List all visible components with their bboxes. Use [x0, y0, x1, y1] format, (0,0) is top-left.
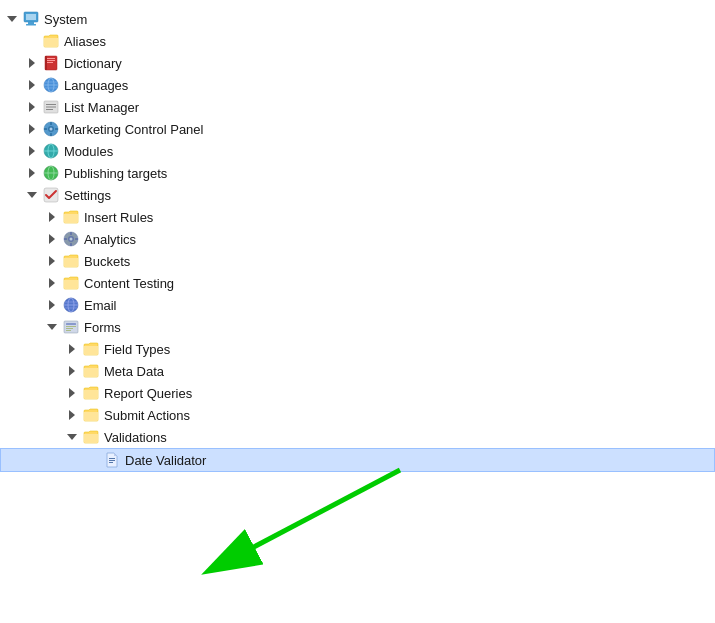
tree-item-marketing-control-panel[interactable]: Marketing Control Panel: [0, 118, 715, 140]
tree-item-settings[interactable]: Settings: [0, 184, 715, 206]
svg-rect-36: [70, 243, 72, 246]
collapse-arrow-dictionary: [29, 58, 35, 68]
tree-item-forms[interactable]: Forms: [0, 316, 715, 338]
label-email: Email: [84, 298, 117, 313]
icon-content-testing: [62, 274, 80, 292]
label-forms: Forms: [84, 320, 121, 335]
label-languages: Languages: [64, 78, 128, 93]
svg-rect-8: [45, 56, 47, 70]
label-buckets: Buckets: [84, 254, 130, 269]
toggle-forms[interactable]: [44, 319, 60, 335]
svg-rect-51: [109, 462, 113, 463]
toggle-list-manager[interactable]: [24, 99, 40, 115]
svg-rect-7: [47, 62, 53, 63]
collapse-arrow-marketing-control-panel: [29, 124, 35, 134]
svg-rect-17: [46, 109, 53, 110]
toggle-modules[interactable]: [24, 143, 40, 159]
icon-publishing-targets: [42, 164, 60, 182]
icon-list-manager: [42, 98, 60, 116]
icon-languages: [42, 76, 60, 94]
svg-rect-35: [70, 232, 72, 235]
tree-item-modules[interactable]: Modules: [0, 140, 715, 162]
label-insert-rules: Insert Rules: [84, 210, 153, 225]
svg-rect-24: [55, 128, 58, 130]
toggle-analytics[interactable]: [44, 231, 60, 247]
svg-rect-46: [66, 326, 76, 327]
collapse-arrow-content-testing: [49, 278, 55, 288]
svg-rect-1: [26, 14, 36, 20]
toggle-dictionary[interactable]: [24, 55, 40, 71]
svg-rect-37: [64, 238, 67, 240]
svg-rect-5: [47, 58, 55, 59]
toggle-system[interactable]: [4, 11, 20, 27]
toggle-date-validator: [85, 452, 101, 468]
icon-field-types: [82, 340, 100, 358]
toggle-meta-data[interactable]: [64, 363, 80, 379]
svg-point-34: [70, 238, 73, 241]
tree-item-analytics[interactable]: Analytics: [0, 228, 715, 250]
toggle-email[interactable]: [44, 297, 60, 313]
label-modules: Modules: [64, 144, 113, 159]
collapse-arrow-publishing-targets: [29, 168, 35, 178]
label-content-testing: Content Testing: [84, 276, 174, 291]
toggle-validations[interactable]: [64, 429, 80, 445]
tree-item-email[interactable]: Email: [0, 294, 715, 316]
toggle-publishing-targets[interactable]: [24, 165, 40, 181]
label-validations: Validations: [104, 430, 167, 445]
svg-rect-48: [66, 330, 71, 331]
tree-item-validations[interactable]: Validations: [0, 426, 715, 448]
tree-item-date-validator[interactable]: Date Validator: [0, 448, 715, 472]
label-dictionary: Dictionary: [64, 56, 122, 71]
tree-item-buckets[interactable]: Buckets: [0, 250, 715, 272]
tree-item-submit-actions[interactable]: Submit Actions: [0, 404, 715, 426]
svg-rect-49: [109, 458, 115, 459]
collapse-arrow-field-types: [69, 344, 75, 354]
toggle-content-testing[interactable]: [44, 275, 60, 291]
icon-marketing-control-panel: [42, 120, 60, 138]
collapse-arrow-languages: [29, 80, 35, 90]
label-date-validator: Date Validator: [125, 453, 206, 468]
toggle-insert-rules[interactable]: [44, 209, 60, 225]
toggle-aliases: [24, 33, 40, 49]
label-publishing-targets: Publishing targets: [64, 166, 167, 181]
tree-item-aliases[interactable]: Aliases: [0, 30, 715, 52]
tree-item-field-types[interactable]: Field Types: [0, 338, 715, 360]
toggle-marketing-control-panel[interactable]: [24, 121, 40, 137]
tree: System Aliases Dictionary Languages: [0, 0, 715, 480]
tree-item-languages[interactable]: Languages: [0, 74, 715, 96]
icon-settings: [42, 186, 60, 204]
icon-aliases: [42, 32, 60, 50]
icon-email: [62, 296, 80, 314]
toggle-report-queries[interactable]: [64, 385, 80, 401]
tree-item-dictionary[interactable]: Dictionary: [0, 52, 715, 74]
tree-item-meta-data[interactable]: Meta Data: [0, 360, 715, 382]
tree-item-list-manager[interactable]: List Manager: [0, 96, 715, 118]
collapse-arrow-analytics: [49, 234, 55, 244]
tree-item-insert-rules[interactable]: Insert Rules: [0, 206, 715, 228]
svg-rect-6: [47, 60, 55, 61]
tree-item-content-testing[interactable]: Content Testing: [0, 272, 715, 294]
label-meta-data: Meta Data: [104, 364, 164, 379]
icon-analytics: [62, 230, 80, 248]
tree-item-publishing-targets[interactable]: Publishing targets: [0, 162, 715, 184]
toggle-field-types[interactable]: [64, 341, 80, 357]
label-system: System: [44, 12, 87, 27]
collapse-arrow-report-queries: [69, 388, 75, 398]
tree-item-system[interactable]: System: [0, 8, 715, 30]
svg-rect-2: [28, 22, 34, 24]
label-report-queries: Report Queries: [104, 386, 192, 401]
toggle-buckets[interactable]: [44, 253, 60, 269]
tree-item-report-queries[interactable]: Report Queries: [0, 382, 715, 404]
toggle-languages[interactable]: [24, 77, 40, 93]
collapse-arrow-submit-actions: [69, 410, 75, 420]
collapse-arrow-meta-data: [69, 366, 75, 376]
svg-rect-38: [75, 238, 78, 240]
svg-rect-16: [46, 107, 56, 108]
toggle-submit-actions[interactable]: [64, 407, 80, 423]
toggle-settings[interactable]: [24, 187, 40, 203]
svg-rect-15: [46, 104, 56, 105]
collapse-arrow-buckets: [49, 256, 55, 266]
svg-rect-21: [50, 122, 52, 125]
icon-modules: [42, 142, 60, 160]
icon-dictionary: [42, 54, 60, 72]
